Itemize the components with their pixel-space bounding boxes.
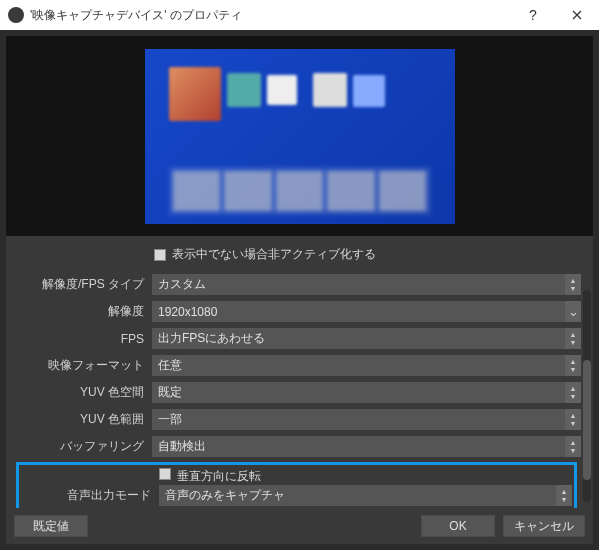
video-preview bbox=[145, 49, 455, 224]
checkbox-label: 表示中でない場合非アクティブ化する bbox=[172, 246, 376, 263]
label-buffering: バッファリング bbox=[14, 438, 146, 455]
window-title: '映像キャプチャデバイス' のプロパティ bbox=[30, 7, 511, 24]
ok-button[interactable]: OK bbox=[421, 515, 495, 537]
title-bar: '映像キャプチャデバイス' のプロパティ ? bbox=[0, 0, 599, 30]
field-yuv-color-space[interactable]: 既定 bbox=[152, 382, 581, 403]
help-button[interactable]: ? bbox=[511, 0, 555, 30]
spinner-icon[interactable] bbox=[565, 328, 581, 349]
close-icon bbox=[572, 10, 582, 20]
value-resolution-fps-type: カスタム bbox=[158, 276, 561, 293]
field-video-format[interactable]: 任意 bbox=[152, 355, 581, 376]
checkbox-flip-vertical[interactable]: 垂直方向に反転 bbox=[19, 468, 574, 482]
label-resolution-fps-type: 解像度/FPS タイプ bbox=[14, 276, 146, 293]
value-buffering: 自動検出 bbox=[158, 438, 561, 455]
value-resolution: 1920x1080 bbox=[158, 305, 561, 319]
checkbox-icon bbox=[159, 468, 171, 480]
spinner-icon[interactable] bbox=[565, 409, 581, 430]
scrollbar-thumb[interactable] bbox=[583, 360, 591, 480]
cancel-button[interactable]: キャンセル bbox=[503, 515, 585, 537]
dialog-frame: 表示中でない場合非アクティブ化する 解像度/FPS タイプ カスタム 解像度 1… bbox=[0, 30, 599, 550]
field-buffering[interactable]: 自動検出 bbox=[152, 436, 581, 457]
value-video-format: 任意 bbox=[158, 357, 561, 374]
label-yuv-color-space: YUV 色空間 bbox=[14, 384, 146, 401]
field-audio-output-mode[interactable]: 音声のみをキャプチャ bbox=[159, 485, 572, 506]
spinner-icon[interactable] bbox=[565, 355, 581, 376]
app-icon bbox=[8, 7, 24, 23]
close-button[interactable] bbox=[555, 0, 599, 30]
form-area: 表示中でない場合非アクティブ化する 解像度/FPS タイプ カスタム 解像度 1… bbox=[6, 236, 593, 508]
preview-area bbox=[6, 36, 593, 236]
button-bar: 既定値 OK キャンセル bbox=[6, 508, 593, 544]
label-resolution: 解像度 bbox=[14, 303, 146, 320]
highlighted-section: 垂直方向に反転 音声出力モード 音声のみをキャプチャ カスタム音声デバイスを使用… bbox=[16, 462, 577, 508]
spinner-icon[interactable] bbox=[565, 382, 581, 403]
field-fps[interactable]: 出力FPSにあわせる bbox=[152, 328, 581, 349]
label-audio-output-mode: 音声出力モード bbox=[21, 487, 153, 504]
scrollbar[interactable] bbox=[583, 290, 591, 502]
defaults-button[interactable]: 既定値 bbox=[14, 515, 88, 537]
value-yuv-color-space: 既定 bbox=[158, 384, 561, 401]
value-yuv-color-range: 一部 bbox=[158, 411, 561, 428]
field-yuv-color-range[interactable]: 一部 bbox=[152, 409, 581, 430]
chevron-down-icon[interactable] bbox=[565, 301, 581, 322]
label-fps: FPS bbox=[14, 332, 146, 346]
field-resolution-fps-type[interactable]: カスタム bbox=[152, 274, 581, 295]
spinner-icon[interactable] bbox=[565, 274, 581, 295]
checkbox-deactivate-when-hidden[interactable]: 表示中でない場合非アクティブ化する bbox=[14, 242, 581, 271]
spinner-icon[interactable] bbox=[556, 485, 572, 506]
value-audio-output-mode: 音声のみをキャプチャ bbox=[165, 487, 552, 504]
spinner-icon[interactable] bbox=[565, 436, 581, 457]
label-video-format: 映像フォーマット bbox=[14, 357, 146, 374]
field-resolution[interactable]: 1920x1080 bbox=[152, 301, 581, 322]
label-yuv-color-range: YUV 色範囲 bbox=[14, 411, 146, 428]
checkbox-label: 垂直方向に反転 bbox=[177, 468, 261, 482]
checkbox-icon bbox=[154, 249, 166, 261]
value-fps: 出力FPSにあわせる bbox=[158, 330, 561, 347]
